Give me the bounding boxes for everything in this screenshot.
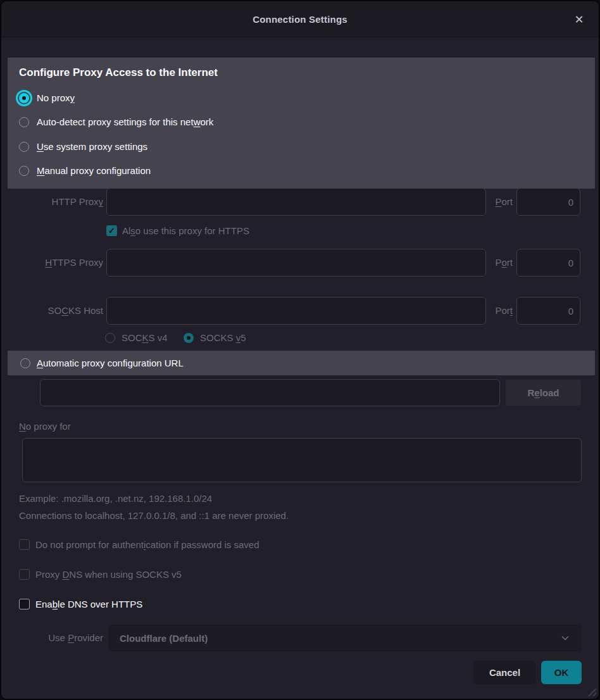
socks-v4-label: SOCKS v4 [122,332,168,343]
unchecked-checkbox-icon [19,539,30,550]
check-icon: ✓ [108,226,115,235]
enable-doh-label: Enable DNS over HTTPS [35,599,142,609]
https-port-label: Port [492,249,513,277]
no-proxy-for-label: No proxy for [19,421,71,432]
cancel-button[interactable]: Cancel [473,661,536,684]
radio-row-no-proxy[interactable]: No proxy [19,92,75,103]
radio-unselected-icon [19,142,29,152]
socks-host-input [106,297,486,325]
proxy-dns-checkbox-row: Proxy DNS when using SOCKS v5 [19,569,182,580]
unchecked-checkbox-icon [19,599,30,609]
radio-unselected-icon [105,333,115,343]
auto-proxy-url-input [40,379,500,406]
resize-grip-icon[interactable] [586,686,596,696]
radio-row-manual[interactable]: Manual proxy configuration [19,165,151,176]
radio-unselected-icon [19,117,29,127]
ok-button[interactable]: OK [541,661,582,684]
socks-port-input [516,297,580,325]
radio-label-auto-detect: Auto-detect proxy settings for this netw… [37,116,213,127]
socks-v5-radio-row: SOCKS v5 [184,332,246,343]
https-proxy-label: HTTPS Proxy [1,249,103,277]
section-heading: Configure Proxy Access to the Internet [19,66,218,79]
no-auth-prompt-checkbox-row: Do not prompt for authentication if pass… [19,539,259,550]
proxy-dns-label: Proxy DNS when using SOCKS v5 [35,569,182,580]
dialog-titlebar: Connection Settings ✕ [1,1,599,37]
no-proxy-example-text: Example: .mozilla.org, .net.nz, 192.168.… [19,493,212,504]
radio-selected-icon [19,93,29,103]
radio-row-use-system[interactable]: Use system proxy settings [19,141,147,152]
provider-dropdown: Cloudflare (Default) [109,625,581,651]
auto-proxy-radio-row[interactable]: Automatic proxy configuration URL [8,351,595,375]
reload-button: Reload [506,380,581,406]
http-port-label: Port [492,188,513,216]
chevron-down-icon [560,633,570,643]
use-provider-label: Use Provider [1,625,103,651]
enable-doh-checkbox-row[interactable]: Enable DNS over HTTPS [19,599,142,609]
http-proxy-label: HTTP Proxy [1,188,103,216]
socks-v5-label: SOCKS v5 [200,332,246,343]
proxy-mode-section: Configure Proxy Access to the Internet N… [8,58,595,189]
radio-row-auto-detect[interactable]: Auto-detect proxy settings for this netw… [19,116,213,127]
provider-selected-value: Cloudflare (Default) [120,633,208,644]
socks-port-label: Port [492,297,513,325]
socks-v4-radio-row: SOCKS v4 [105,332,168,343]
dialog-title: Connection Settings [253,14,347,25]
https-proxy-input [106,249,486,277]
socks-host-label: SOCKS Host [1,297,103,325]
radio-unselected-icon [19,166,29,176]
radio-selected-icon [184,333,194,343]
radio-label-no-proxy: No proxy [37,92,75,103]
no-proxy-for-textarea [22,438,582,482]
no-auth-prompt-label: Do not prompt for authentication if pass… [35,539,259,550]
close-icon: ✕ [574,13,584,27]
unchecked-checkbox-icon [19,569,30,580]
connection-settings-dialog: Connection Settings ✕ Configure Proxy Ac… [0,0,600,700]
https-port-input [516,249,580,277]
radio-label-manual: Manual proxy configuration [37,165,151,176]
radio-label-use-system: Use system proxy settings [37,141,147,152]
close-button[interactable]: ✕ [570,10,589,29]
radio-unselected-icon [20,358,30,368]
http-port-input [516,188,580,216]
auto-proxy-label: Automatic proxy configuration URL [37,358,184,368]
also-https-checkbox-row: ✓ Also use this proxy for HTTPS [106,225,249,236]
never-proxied-note: Connections to localhost, 127.0.0.1/8, a… [19,510,289,521]
also-https-label: Also use this proxy for HTTPS [122,225,249,236]
checked-checkbox-icon: ✓ [106,225,117,236]
http-proxy-input [106,188,486,216]
